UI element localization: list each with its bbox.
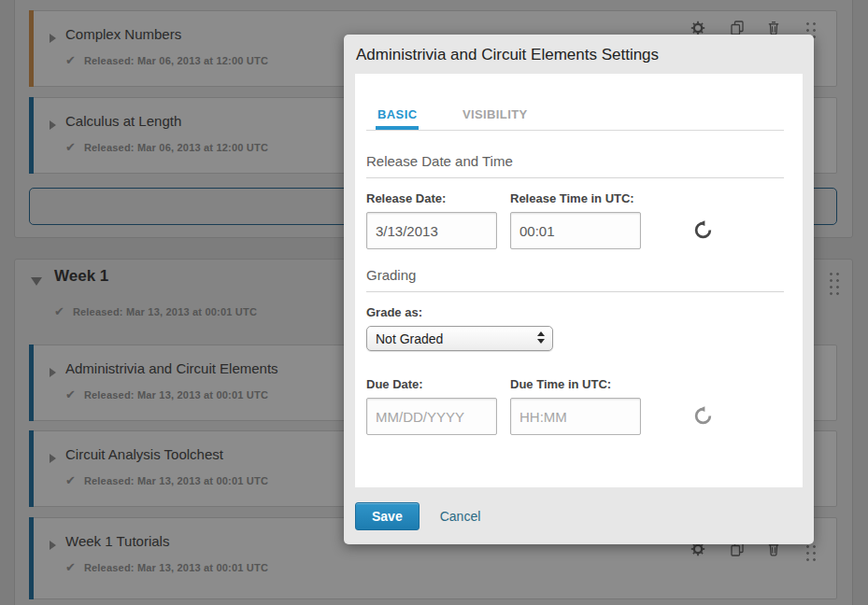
- settings-modal: Administrivia and Circuit Elements Setti…: [344, 35, 814, 544]
- release-date-input[interactable]: [366, 212, 497, 249]
- modal-footer: Save Cancel: [344, 487, 814, 544]
- due-date-label: Due Date:: [366, 377, 497, 391]
- tab-visibility[interactable]: VISIBILITY: [461, 107, 530, 130]
- reset-due-date-button[interactable]: [693, 406, 713, 426]
- due-fields: Due Date: Due Time in UTC:: [366, 377, 784, 435]
- save-button[interactable]: Save: [355, 502, 420, 530]
- select-stepper-icon: [537, 331, 545, 344]
- release-fields: Release Date: Release Time in UTC:: [366, 191, 784, 249]
- grade-as-value: Not Graded: [376, 331, 443, 346]
- grade-as-select[interactable]: Not Graded: [366, 326, 553, 351]
- due-time-input[interactable]: [510, 398, 641, 435]
- studio-course-outline: Complex Numbers ✔ Released: Mar 06, 2013…: [0, 0, 868, 605]
- release-section-heading: Release Date and Time: [366, 153, 784, 178]
- due-date-input[interactable]: [366, 398, 497, 435]
- release-time-label: Release Time in UTC:: [510, 191, 641, 205]
- release-date-label: Release Date:: [366, 191, 497, 205]
- tab-basic[interactable]: BASIC: [376, 107, 419, 130]
- release-time-input[interactable]: [510, 212, 641, 249]
- cancel-link[interactable]: Cancel: [440, 509, 481, 524]
- grading-section-heading: Grading: [366, 267, 784, 292]
- modal-body: BASIC VISIBILITY Release Date and Time R…: [355, 74, 803, 487]
- tab-bar: BASIC VISIBILITY: [366, 106, 784, 131]
- reset-icon: [693, 406, 713, 426]
- grade-as-label: Grade as:: [366, 305, 784, 319]
- modal-title: Administrivia and Circuit Elements Setti…: [344, 35, 814, 74]
- due-time-label: Due Time in UTC:: [510, 377, 641, 391]
- reset-release-date-button[interactable]: [693, 220, 713, 240]
- reset-icon: [693, 220, 713, 240]
